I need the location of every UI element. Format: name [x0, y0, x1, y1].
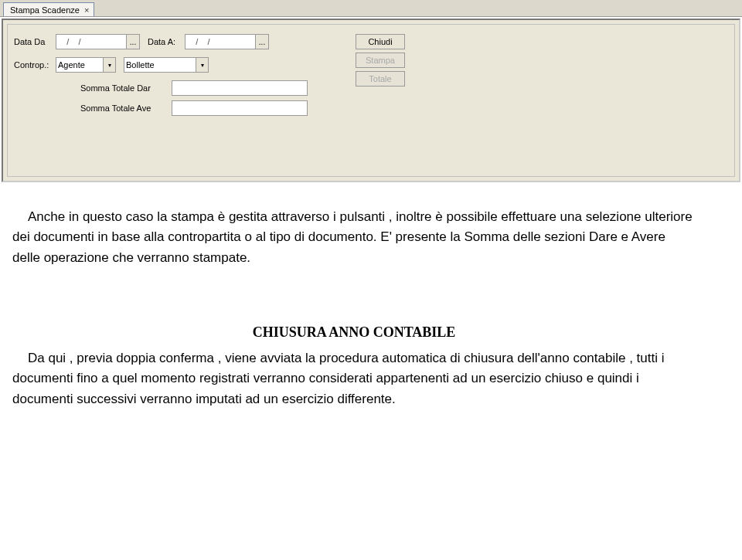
data-da-input[interactable]	[56, 34, 127, 49]
somma-dare-value	[172, 80, 308, 96]
document-body: Anche in questo caso la stampa è gestita…	[0, 182, 742, 409]
combo-bollette-value: Bollette	[126, 60, 155, 70]
somma-avere-value	[172, 100, 308, 116]
data-da-picker-button[interactable]: ...	[126, 34, 140, 49]
close-icon[interactable]: ×	[84, 5, 89, 15]
chevron-down-icon: ▾	[196, 58, 208, 72]
dialog-outer: Data Da ... Data A: ... Controp.: Agente…	[2, 19, 740, 182]
combo-bollette[interactable]: Bollette ▾	[124, 57, 209, 73]
tab-title: Stampa Scadenze	[10, 5, 80, 15]
chevron-down-icon: ▾	[103, 58, 115, 72]
somma-avere-row: Somma Totale Ave	[80, 100, 728, 116]
paragraph-2: Da qui , previa doppia conferma , viene …	[12, 348, 696, 409]
tab-strip: Stampa Scadenze ×	[0, 0, 742, 17]
label-controp: Controp.:	[14, 60, 53, 70]
totale-button[interactable]: Totale	[356, 71, 405, 87]
tab-stampa-scadenze[interactable]: Stampa Scadenze ×	[3, 2, 94, 16]
label-somma-avere: Somma Totale Ave	[80, 104, 172, 113]
dialog-frame: Data Da ... Data A: ... Controp.: Agente…	[7, 24, 735, 177]
combo-agente-value: Agente	[58, 60, 85, 70]
data-a-input[interactable]	[185, 34, 256, 49]
label-data-da: Data Da	[14, 37, 53, 46]
label-somma-dare: Somma Totale Dar	[80, 83, 172, 93]
button-column: Chiudi Stampa Totale	[356, 34, 405, 87]
combo-agente[interactable]: Agente ▾	[56, 57, 116, 73]
heading-chiusura: CHIUSURA ANNO CONTABILE	[12, 322, 696, 344]
label-data-a: Data A:	[148, 37, 182, 46]
stampa-button[interactable]: Stampa	[356, 53, 405, 68]
paragraph-1: Anche in questo caso la stampa è gestita…	[12, 207, 696, 268]
data-a-picker-button[interactable]: ...	[255, 34, 269, 49]
chiudi-button[interactable]: Chiudi	[356, 34, 405, 49]
